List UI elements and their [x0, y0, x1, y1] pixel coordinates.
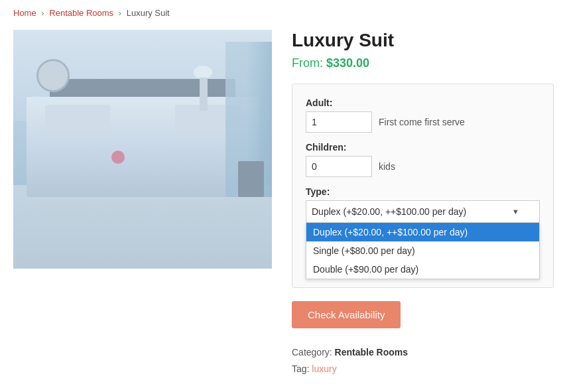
breadcrumb-current: Luxury Suit [127, 8, 170, 18]
dropdown-item-double[interactable]: Double (+$90.00 per day) [306, 260, 539, 279]
dropdown-arrow-icon: ▼ [512, 208, 519, 216]
price-value: $330.00 [326, 56, 369, 70]
category-value: Rentable Rooms [335, 347, 408, 358]
adult-field: Adult: First come first serve [306, 98, 540, 133]
adult-helper: First come first serve [379, 117, 465, 127]
children-label: Children: [306, 142, 540, 153]
dropdown-item-single[interactable]: Single (+$80.00 per day) [306, 241, 539, 260]
mirror-decoration [27, 49, 80, 102]
tag-label: Tag: [292, 363, 309, 374]
category-label: Category: [292, 347, 332, 358]
type-label: Type: [306, 186, 540, 197]
dropdown-selected-value: Duplex (+$20.00, ++$100.00 per day) [312, 206, 466, 217]
content-area: Luxury Suit From: $330.00 Adult: First c… [13, 30, 554, 377]
dropdown-trigger[interactable]: Duplex (+$20.00, ++$100.00 per day) ▼ [306, 200, 540, 223]
breadcrumb-rentable-rooms[interactable]: Rentable Rooms [49, 8, 113, 18]
booking-form: Adult: First come first serve Children: … [292, 84, 554, 288]
room-title: Luxury Suit [292, 30, 554, 51]
adult-input[interactable] [306, 111, 372, 133]
breadcrumb-home[interactable]: Home [13, 8, 36, 18]
tag-value[interactable]: luxury [312, 363, 336, 374]
tag-row: Tag: luxury [292, 361, 554, 377]
room-price: From: $330.00 [292, 56, 554, 70]
children-field: Children: kids [306, 142, 540, 177]
check-availability-button[interactable]: Check Availability [292, 301, 401, 328]
page-wrapper: Home › Rentable Rooms › Luxury Suit [0, 0, 567, 392]
breadcrumb-sep-2: › [119, 8, 121, 18]
type-field: Type: Duplex (+$20.00, ++$100.00 per day… [306, 186, 540, 223]
dropdown-item-duplex[interactable]: Duplex (+$20.00, ++$100.00 per day) [306, 223, 539, 241]
meta-info: Category: Rentable Rooms Tag: luxury [292, 344, 554, 377]
breadcrumb-sep-1: › [41, 8, 44, 18]
type-dropdown[interactable]: Duplex (+$20.00, ++$100.00 per day) ▼ Du… [306, 200, 540, 223]
children-helper: kids [379, 161, 395, 172]
children-row: kids [306, 156, 540, 177]
category-row: Category: Rentable Rooms [292, 344, 554, 361]
children-input[interactable] [306, 156, 372, 177]
adult-row: First come first serve [306, 111, 540, 133]
dropdown-list: Duplex (+$20.00, ++$100.00 per day) Sing… [306, 223, 540, 279]
price-label: From: [292, 56, 323, 70]
adult-label: Adult: [306, 98, 540, 108]
room-details: Luxury Suit From: $330.00 Adult: First c… [292, 30, 554, 377]
breadcrumb: Home › Rentable Rooms › Luxury Suit [13, 8, 554, 18]
room-image [13, 30, 272, 269]
